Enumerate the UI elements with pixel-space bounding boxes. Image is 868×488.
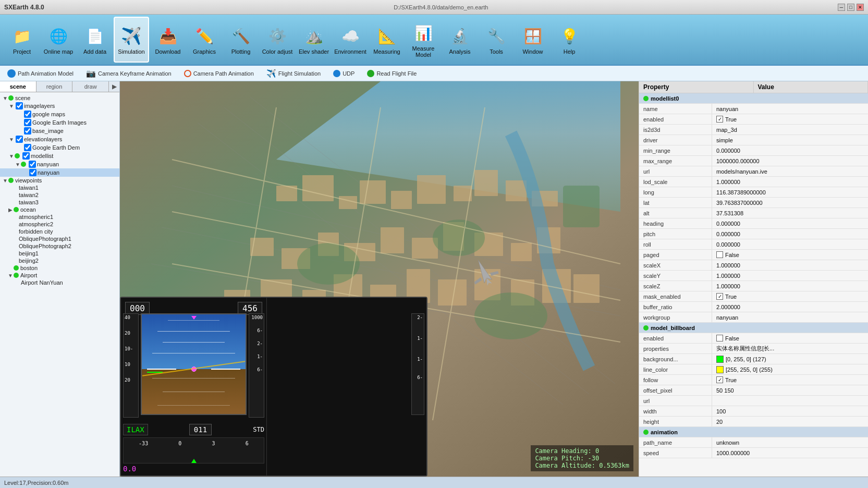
enabled-checkbox[interactable]: ✓ bbox=[716, 116, 723, 123]
expand-nanyuan[interactable]: ▼ bbox=[15, 161, 21, 167]
tool-measuring[interactable]: 📐 Measuring bbox=[369, 17, 405, 63]
tool-project[interactable]: 📁 Project bbox=[4, 17, 40, 63]
tree-item-base-image[interactable]: base_image bbox=[0, 127, 119, 135]
measure-model-icon: 📊 bbox=[412, 21, 435, 44]
tree-item-oblique1[interactable]: ObliquePhotograph1 bbox=[0, 235, 119, 242]
svg-rect-16 bbox=[506, 180, 527, 201]
nanyuan-group-label: nanyuan bbox=[37, 161, 59, 167]
camera-keyframe-button[interactable]: 📷 Camera Keyframe Animation bbox=[83, 68, 175, 79]
prop-lat-key: lat bbox=[639, 198, 712, 208]
paged-checkbox[interactable] bbox=[716, 251, 723, 258]
tree-item-taiwan3[interactable]: taiwan3 bbox=[0, 199, 119, 206]
airport-dot bbox=[14, 273, 19, 278]
expand-viewpoints[interactable]: ▼ bbox=[2, 177, 8, 184]
tool-color-adjust[interactable]: ⚙️ Color adjust bbox=[260, 17, 295, 63]
path-anim-model-button[interactable]: Path Animation Model bbox=[4, 68, 77, 79]
tree-item-scene[interactable]: ▼ scene bbox=[0, 94, 119, 102]
udp-button[interactable]: UDP bbox=[330, 69, 358, 78]
prop-height: height 20 bbox=[639, 417, 868, 427]
tree-item-atmospheric2[interactable]: atmospheric2 bbox=[0, 221, 119, 228]
expand-modellist[interactable]: ▼ bbox=[8, 153, 15, 159]
simulation-icon: ✈️ bbox=[120, 25, 143, 47]
prop-scaley-val: 1.000000 bbox=[712, 271, 868, 280]
billboard-enabled-checkbox[interactable] bbox=[716, 335, 723, 341]
tool-tools[interactable]: 🔧 Tools bbox=[479, 17, 514, 63]
tree-item-airport-nanyuan[interactable]: Airport NanYuan bbox=[0, 279, 119, 286]
prop-pitch: pitch 0.000000 bbox=[639, 229, 868, 239]
mask-enabled-checkbox[interactable]: ✓ bbox=[716, 293, 723, 300]
tree-item-taiwan1[interactable]: taiwan1 bbox=[0, 184, 119, 191]
tool-measure-model[interactable]: 📊 Measure Model bbox=[406, 17, 441, 63]
prop-mask-enabled-val: ✓ True bbox=[712, 291, 868, 301]
expand-elevationlayers[interactable]: ▼ bbox=[8, 136, 15, 142]
check-geo-images[interactable] bbox=[24, 119, 31, 126]
tab-region[interactable]: region bbox=[36, 81, 73, 92]
tree-item-google-maps[interactable]: google maps bbox=[0, 110, 119, 118]
animation-label: animation bbox=[651, 429, 678, 435]
tool-plotting[interactable]: 🔨 Plotting bbox=[223, 17, 259, 63]
tab-scene[interactable]: scene bbox=[0, 81, 36, 92]
tool-graphics[interactable]: ✏️ Graphics bbox=[187, 17, 222, 63]
check-imagelayers[interactable] bbox=[16, 102, 23, 109]
tree-item-atmospheric1[interactable]: atmospheric1 bbox=[0, 213, 119, 221]
compass-area: ILAX 011 STD -33 0 3 bbox=[123, 424, 264, 473]
tool-elev-shader[interactable]: ⛰️ Elev shader bbox=[296, 17, 332, 63]
tree-item-modellist[interactable]: ▼ modellist bbox=[0, 152, 119, 160]
line-color-swatch[interactable] bbox=[716, 366, 724, 373]
tree-item-geo-dem[interactable]: Google Earth Dem bbox=[0, 143, 119, 152]
viewpoints-dot bbox=[8, 178, 14, 183]
tree-item-oblique2[interactable]: ObliquePhotograph2 bbox=[0, 242, 119, 250]
expand-beijing1 bbox=[13, 250, 19, 257]
background-color-swatch[interactable] bbox=[716, 356, 724, 363]
tree-item-nanyuan-leaf[interactable]: nanyuan bbox=[0, 168, 119, 177]
tree-item-google-earth-images[interactable]: Google Earth Images bbox=[0, 118, 119, 127]
flight-sim-button[interactable]: ✈️ Flight Simulation bbox=[263, 68, 324, 79]
tree-item-beijing1[interactable]: beijing1 bbox=[0, 250, 119, 257]
tree-item-taiwan2[interactable]: taiwan2 bbox=[0, 191, 119, 199]
tools-icon: 🔧 bbox=[485, 25, 508, 47]
tool-simulation[interactable]: ✈️ Simulation bbox=[114, 17, 149, 63]
atmospheric1-label: atmospheric1 bbox=[19, 214, 53, 220]
check-modellist[interactable] bbox=[22, 152, 30, 160]
prop-width-val: 100 bbox=[712, 406, 868, 416]
close-button[interactable]: ✕ bbox=[857, 4, 864, 11]
tool-add-data[interactable]: 📄 Add data bbox=[77, 17, 113, 63]
tool-environment[interactable]: ☁️ Environment bbox=[333, 17, 368, 63]
minimize-button[interactable]: ─ bbox=[838, 4, 845, 11]
modellist-dot bbox=[15, 153, 20, 158]
tab-draw[interactable]: draw bbox=[72, 81, 109, 92]
tool-analysis[interactable]: 🔬 Analysis bbox=[442, 17, 478, 63]
viewport-3d[interactable]: Camera Heading: 0 Camera Pitch: -30 Came… bbox=[120, 81, 639, 477]
tree-item-ocean[interactable]: ▶ ocean bbox=[0, 206, 119, 213]
tree-item-boston[interactable]: boston bbox=[0, 264, 119, 272]
expand-scene[interactable]: ▼ bbox=[2, 95, 8, 101]
check-nanyuan-leaf[interactable] bbox=[29, 169, 36, 176]
tool-window[interactable]: 🪟 Window bbox=[515, 17, 551, 63]
camera-info: Camera Heading: 0 Camera Pitch: -30 Came… bbox=[531, 445, 633, 471]
expand-imagelayers[interactable]: ▼ bbox=[8, 103, 15, 109]
tree-item-imagelayers[interactable]: ▼ imagelayers bbox=[0, 102, 119, 110]
follow-checkbox[interactable]: ✓ bbox=[716, 376, 723, 383]
tool-online-map[interactable]: 🌐 Online map bbox=[41, 17, 76, 63]
expand-airport[interactable]: ▼ bbox=[7, 272, 14, 278]
tool-help[interactable]: 💡 Help bbox=[552, 17, 587, 63]
panel-expand-button[interactable]: ▶ bbox=[109, 81, 119, 92]
tree-item-beijing2[interactable]: beijing2 bbox=[0, 257, 119, 264]
prop-speed-val: 1000.000000 bbox=[712, 448, 868, 458]
camera-path-button[interactable]: Camera Path Animation bbox=[181, 69, 257, 78]
tree-item-forbidden-city[interactable]: forbidden city bbox=[0, 228, 119, 235]
maximize-button[interactable]: □ bbox=[847, 4, 854, 11]
tree-item-elevationlayers[interactable]: ▼ elevationlayers bbox=[0, 135, 119, 143]
check-nanyuan-group[interactable] bbox=[29, 161, 36, 168]
tool-download[interactable]: 📥 Download bbox=[150, 17, 186, 63]
check-base-image[interactable] bbox=[24, 127, 31, 135]
check-geo-dem[interactable] bbox=[24, 144, 31, 151]
prop-billboard-properties-key: properties bbox=[639, 344, 712, 353]
prop-scalez-key: scaleZ bbox=[639, 281, 712, 291]
tree-item-airport[interactable]: ▼ Airport bbox=[0, 272, 119, 279]
check-google-maps[interactable] bbox=[24, 111, 31, 118]
tree-item-nanyuan-group[interactable]: ▼ nanyuan bbox=[0, 160, 119, 168]
read-flight-button[interactable]: Read Flight File bbox=[364, 69, 420, 78]
tree-item-viewpoints[interactable]: ▼ viewpoints bbox=[0, 177, 119, 184]
check-elevationlayers[interactable] bbox=[16, 136, 23, 143]
